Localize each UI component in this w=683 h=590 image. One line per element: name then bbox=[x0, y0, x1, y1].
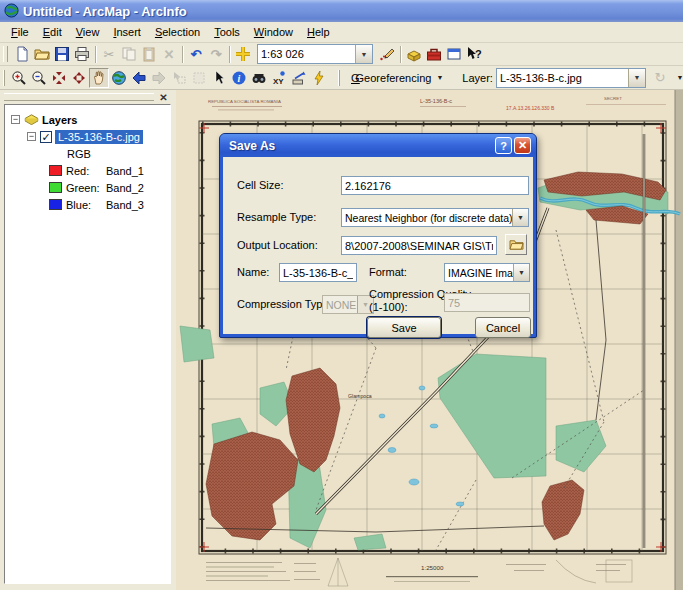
cell-size-field[interactable] bbox=[341, 176, 529, 195]
layers-group-icon bbox=[24, 112, 39, 127]
menu-item-tools[interactable]: Tools bbox=[207, 24, 247, 40]
save-button[interactable]: Save bbox=[367, 317, 441, 338]
toolbar-grip[interactable] bbox=[3, 46, 8, 62]
browse-folder-button[interactable] bbox=[505, 234, 527, 255]
zoom-in-icon[interactable] bbox=[9, 68, 29, 88]
georeferencing-label: Georeferencing bbox=[356, 72, 432, 84]
blue-channel-label: Blue: bbox=[66, 199, 106, 211]
name-field[interactable] bbox=[279, 263, 357, 282]
dialog-title: Save As bbox=[229, 139, 493, 153]
identify-icon[interactable]: i bbox=[229, 68, 249, 88]
toolbar-separator bbox=[400, 46, 401, 63]
svg-text:XY: XY bbox=[273, 76, 284, 85]
svg-text:i: i bbox=[238, 73, 241, 84]
title-bar[interactable]: Untitled - ArcMap - ArcInfo bbox=[0, 0, 683, 22]
help-icon[interactable]: ? bbox=[495, 137, 512, 154]
layer-visibility-checkbox[interactable]: ✓ bbox=[40, 131, 52, 143]
layers-root-label: Layers bbox=[42, 114, 77, 126]
delete-icon[interactable]: ✕ bbox=[159, 44, 179, 64]
fixed-zoom-out-icon[interactable] bbox=[69, 68, 89, 88]
print-icon[interactable] bbox=[72, 44, 92, 64]
tree-item-band-blue: Blue: Band_3 bbox=[5, 196, 170, 213]
window-icon[interactable] bbox=[444, 44, 464, 64]
paste-icon[interactable] bbox=[139, 44, 159, 64]
menu-item-view[interactable]: View bbox=[69, 24, 107, 40]
previous-extent-icon[interactable] bbox=[129, 68, 149, 88]
compression-type-combo: NONE ▼ bbox=[322, 295, 374, 314]
output-location-input[interactable] bbox=[342, 238, 496, 253]
format-value: IMAGINE Image bbox=[445, 267, 513, 279]
tree-item-raster-layer[interactable]: − ✓ L-35-136-B-c.jpg bbox=[5, 128, 170, 145]
chevron-down-icon[interactable]: ▼ bbox=[513, 264, 529, 281]
layer-name-selected[interactable]: L-35-136-B-c.jpg bbox=[55, 130, 143, 144]
clear-selection-icon[interactable] bbox=[189, 68, 209, 88]
collapse-icon[interactable]: − bbox=[11, 115, 20, 124]
arccatalog-icon[interactable] bbox=[404, 44, 424, 64]
tree-item-layers[interactable]: − Layers bbox=[5, 111, 170, 128]
pan-icon[interactable] bbox=[89, 68, 109, 88]
menu-item-selection[interactable]: Selection bbox=[148, 24, 207, 40]
map-scale-label: 1:25000 bbox=[421, 564, 444, 571]
dialog-title-bar[interactable]: Save As ? ✕ bbox=[220, 134, 536, 157]
find-icon[interactable] bbox=[249, 68, 269, 88]
chevron-down-icon[interactable]: ▼ bbox=[512, 209, 528, 226]
green-band-swatch bbox=[49, 182, 62, 193]
menu-item-edit[interactable]: Edit bbox=[36, 24, 69, 40]
chevron-down-icon[interactable]: ▼ bbox=[355, 45, 372, 63]
close-icon[interactable]: ✕ bbox=[157, 91, 170, 104]
undo-icon[interactable]: ↶ bbox=[186, 44, 206, 64]
measure-icon[interactable] bbox=[289, 68, 309, 88]
green-channel-label: Green: bbox=[66, 182, 106, 194]
blue-band-swatch bbox=[49, 199, 62, 210]
map-scale-combo[interactable]: ▼ bbox=[257, 44, 373, 64]
rotate-icon[interactable]: ↻ bbox=[650, 68, 670, 88]
toolbar-grip[interactable] bbox=[338, 70, 340, 86]
hyperlink-icon[interactable] bbox=[309, 68, 329, 88]
open-icon[interactable] bbox=[32, 44, 52, 64]
map-scale-input[interactable] bbox=[258, 45, 355, 63]
tools-toolbar: i XY GGeoreferencing ▼ Layer: ▼ ↻ ▼ bbox=[0, 66, 683, 90]
select-elements-icon[interactable] bbox=[209, 68, 229, 88]
add-data-icon[interactable] bbox=[233, 44, 253, 64]
menu-item-window[interactable]: Window bbox=[247, 24, 300, 40]
name-label: Name: bbox=[237, 266, 269, 278]
zoom-out-icon[interactable] bbox=[29, 68, 49, 88]
redo-icon[interactable]: ↷ bbox=[206, 44, 226, 64]
editor-sketch-icon[interactable] bbox=[377, 44, 397, 64]
select-features-icon[interactable] bbox=[169, 68, 189, 88]
georef-layer-input[interactable] bbox=[497, 69, 628, 87]
menu-item-file[interactable]: File bbox=[4, 24, 36, 40]
resample-type-combo[interactable]: Nearest Neighbor (for discrete data) ▼ bbox=[341, 208, 529, 227]
cancel-button[interactable]: Cancel bbox=[475, 317, 531, 338]
georef-layer-combo[interactable]: ▼ bbox=[496, 68, 646, 88]
menu-item-insert[interactable]: Insert bbox=[106, 24, 148, 40]
map-secret-label: SECRET bbox=[604, 96, 622, 101]
new-document-icon[interactable] bbox=[12, 44, 32, 64]
full-extent-icon[interactable] bbox=[109, 68, 129, 88]
layer-label: Layer: bbox=[462, 72, 493, 84]
arctoolbox-icon[interactable] bbox=[424, 44, 444, 64]
copy-icon[interactable] bbox=[119, 44, 139, 64]
cut-icon[interactable]: ✂ bbox=[99, 44, 119, 64]
map-nomenclature-label: 17.A.13.26.126.330 B bbox=[506, 105, 555, 111]
output-location-field[interactable] bbox=[341, 236, 497, 255]
collapse-icon[interactable]: − bbox=[27, 132, 36, 141]
chevron-down-icon[interactable]: ▼ bbox=[628, 69, 645, 87]
rotate-dropdown-icon[interactable]: ▼ bbox=[670, 68, 683, 88]
menu-item-help[interactable]: Help bbox=[300, 24, 337, 40]
panel-grip[interactable] bbox=[4, 93, 154, 101]
go-to-xy-icon[interactable]: XY bbox=[269, 68, 289, 88]
format-combo[interactable]: IMAGINE Image ▼ bbox=[444, 263, 530, 282]
whats-this-icon[interactable]: ? bbox=[464, 44, 484, 64]
next-extent-icon[interactable] bbox=[149, 68, 169, 88]
table-of-contents-panel: ✕ − Layers − ✓ L-35-136-B-c.jpg RGB Red:… bbox=[0, 90, 176, 590]
georeferencing-menu-button[interactable]: GGeoreferencing ▼ bbox=[344, 67, 450, 89]
cell-size-input[interactable] bbox=[342, 178, 528, 193]
fixed-zoom-in-icon[interactable] bbox=[49, 68, 69, 88]
name-input[interactable] bbox=[280, 265, 356, 280]
toolbar-grip[interactable] bbox=[3, 70, 5, 86]
menu-bar: File Edit View Insert Selection Tools Wi… bbox=[0, 22, 683, 43]
save-icon[interactable] bbox=[52, 44, 72, 64]
green-band-name: Band_2 bbox=[106, 182, 144, 194]
close-icon[interactable]: ✕ bbox=[514, 137, 531, 154]
